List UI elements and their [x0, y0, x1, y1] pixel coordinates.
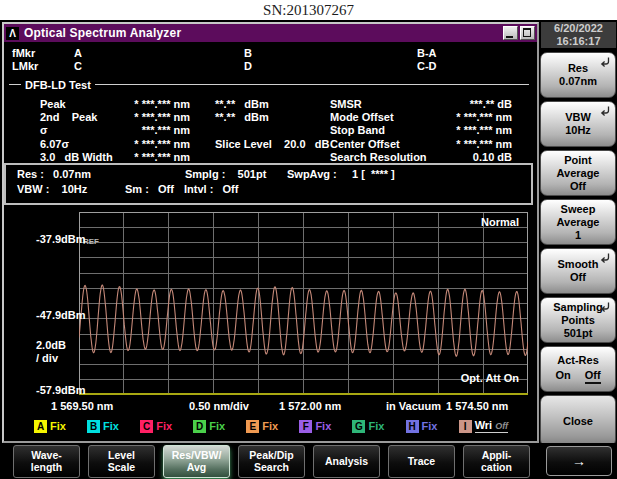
y-axis-scale-unit: / div: [36, 352, 58, 365]
fkey-line: Trace: [408, 455, 435, 467]
marker-cell: LMkr: [12, 60, 38, 73]
softkey-line: 10Hz: [565, 124, 591, 137]
trace-write-mode-label: Wri: [475, 419, 493, 431]
fkey-line: Wave-: [31, 449, 62, 461]
fkey-trace[interactable]: Trace: [388, 445, 455, 478]
dfb-row-right-label: Search Resolution: [330, 151, 427, 164]
dfb-row-wavelength-value: * ***.*** nm: [104, 151, 190, 164]
dfb-row-wavelength-value: * ***.*** nm: [104, 138, 190, 151]
rule: [95, 84, 529, 85]
date-text: 6/20/2022: [541, 22, 616, 35]
status-item: SwpAvg : 1 [ **** ]: [287, 168, 395, 181]
window-titlebar: Λ Optical Spectrum Analyzer: [4, 24, 537, 42]
submenu-arrow-icon: [599, 252, 611, 267]
dfb-row-label: 6.07σ: [40, 138, 69, 151]
fkey-wave-length[interactable]: Wave-length: [13, 445, 80, 478]
softkey-sampling-points[interactable]: SamplingPoints501pt: [540, 297, 616, 343]
dfb-row-right-label: SMSR: [330, 98, 362, 111]
fkey-line: Analysis: [325, 455, 368, 467]
softkey-line: Sampling: [553, 301, 603, 314]
softkey-smooth[interactable]: SmoothOff: [540, 248, 616, 294]
softkey-panel: Res0.07nmVBW10HzPointAverageOffSweepAver…: [540, 52, 616, 450]
trace-fix-label: Fix: [422, 420, 438, 432]
dfb-row-label: 3.0 dB Width: [40, 151, 113, 164]
fkey-line: length: [31, 461, 63, 473]
trace-fix-label: Fix: [50, 420, 66, 432]
softkey-vbw[interactable]: VBW10Hz: [540, 101, 616, 147]
softkey-line: Average: [556, 216, 599, 229]
x-axis-span-per-div: 0.50 nm/div: [189, 400, 249, 413]
trace-legend-item-i[interactable]: IWriOff: [459, 419, 508, 434]
trace-fix-label: Fix: [209, 420, 225, 432]
marker-cell: B-A: [417, 47, 437, 60]
fkey-analysis[interactable]: Analysis: [313, 445, 380, 478]
rule: [9, 84, 21, 85]
fkey-more-arrow[interactable]: →: [546, 446, 612, 476]
trace-legend-item-f[interactable]: FFix: [299, 419, 331, 434]
window-title: Optical Spectrum Analyzer: [24, 26, 181, 40]
fkey-line: →: [572, 455, 586, 467]
fkey-line: cation: [481, 461, 512, 473]
dfb-row-right-label: Center Offset: [330, 138, 400, 151]
dfb-row-level-value: **.** dBm: [215, 111, 269, 124]
trace-legend-item-c[interactable]: CFix: [140, 419, 172, 434]
x-axis-stop-wavelength: 1 574.50 nm: [446, 400, 508, 413]
trace-f-color-box: F: [299, 420, 312, 433]
y-axis-ref-level: -37.9dBm: [36, 233, 86, 246]
y-axis-scale: 2.0dB: [36, 339, 66, 352]
trace-legend: AFixBFixCFixDFixEFixFFixGFixHFixIWriOff: [34, 418, 508, 434]
function-key-bar: Wave-lengthLevelScaleRes/VBW/AvgPeak/Dip…: [0, 443, 617, 479]
trace-b-color-box: B: [87, 420, 100, 433]
softkey-res[interactable]: Res0.07nm: [540, 52, 616, 98]
maximize-button[interactable]: [520, 26, 535, 40]
toggle-on-option[interactable]: On: [555, 369, 570, 384]
trace-fix-label: Fix: [315, 420, 331, 432]
minimize-button[interactable]: [503, 26, 518, 40]
fkey-line: Res/VBW/: [172, 449, 222, 461]
dfb-row-wavelength-value: * ***.*** nm: [104, 111, 190, 124]
softkey-line: Off: [570, 180, 586, 193]
fkey-res-vbw-avg[interactable]: Res/VBW/Avg: [163, 445, 230, 478]
instrument-screen: Λ Optical Spectrum Analyzer fMkrABB-ALMk…: [0, 20, 617, 479]
anritsu-logo-icon: Λ: [6, 27, 19, 40]
dfb-row-right-value: 0.10 dB: [422, 151, 512, 164]
marker-cell: C-D: [417, 60, 437, 73]
marker-cell: D: [244, 60, 252, 73]
dfb-row-wavelength-value: ***.*** nm: [104, 124, 190, 137]
fkey-line: Level: [108, 449, 135, 461]
trace-legend-item-h[interactable]: HFix: [406, 419, 438, 434]
softkey-line: 1: [575, 229, 581, 242]
trace-legend-item-a[interactable]: AFix: [34, 419, 66, 434]
dfb-row-label: Peak: [40, 98, 66, 111]
trace-h-color-box: H: [406, 420, 419, 433]
trace-i-color-box: I: [459, 420, 472, 433]
softkey-line: Point: [564, 154, 592, 167]
softkey-sweep-average[interactable]: SweepAverage1: [540, 199, 616, 245]
trace-legend-item-e[interactable]: EFix: [246, 419, 278, 434]
fkey-line: Search: [254, 461, 289, 473]
toggle-off-option[interactable]: Off: [585, 369, 601, 384]
softkey-act-res[interactable]: Act-ResOnOff: [540, 346, 616, 392]
fkey-appli-cation[interactable]: Appli-cation: [463, 445, 530, 478]
osa-window: Λ Optical Spectrum Analyzer fMkrABB-ALMk…: [2, 22, 539, 443]
spectrum-graph: Normal REF Opt. Att On: [79, 212, 528, 395]
submenu-arrow-icon: [599, 105, 611, 120]
fkey-levelscale[interactable]: LevelScale: [88, 445, 155, 478]
softkey-line: 0.07nm: [559, 75, 597, 88]
trace-legend-item-b[interactable]: BFix: [87, 419, 119, 434]
x-axis-medium: in Vacuum: [386, 400, 441, 413]
dfb-row-right-label: Mode Offset: [330, 111, 394, 124]
trace-legend-item-g[interactable]: GFix: [352, 419, 384, 434]
softkey-line: Res: [568, 62, 588, 75]
softkey-line: Average: [556, 167, 599, 180]
softkey-point-average[interactable]: PointAverageOff: [540, 150, 616, 196]
x-axis-start-wavelength: 1 569.50 nm: [51, 400, 113, 413]
fkey-peak-dipsearch[interactable]: Peak/DipSearch: [238, 445, 305, 478]
status-item: Smplg : 501pt: [185, 168, 266, 181]
softkey-close[interactable]: Close: [540, 395, 616, 447]
dfb-row-level-value: **.** dBm: [215, 98, 269, 111]
dfb-row-level-value: Slice Level 20.0 dB: [215, 138, 329, 151]
trace-legend-item-d[interactable]: DFix: [193, 419, 225, 434]
marker-cell: A: [74, 47, 82, 60]
fkey-line: Scale: [108, 461, 135, 473]
